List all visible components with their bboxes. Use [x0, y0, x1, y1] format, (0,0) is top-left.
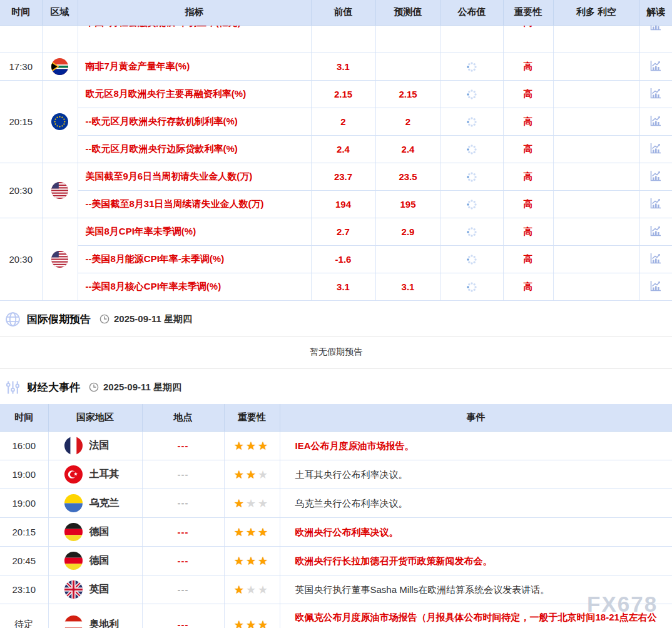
- indicator-label[interactable]: --美国8月核心CPI年率未季调(%): [78, 273, 311, 300]
- event-text[interactable]: 乌克兰央行公布利率决议。: [295, 498, 408, 509]
- table-row[interactable]: --欧元区月欧洲央行边际贷款利率(%) 2.4 2.4 高: [0, 135, 672, 163]
- previous-value: 2.15: [311, 80, 375, 108]
- region-cell: [42, 218, 78, 300]
- table-row[interactable]: --美国8月能源CPI年率-未季调(%) -1.6 高: [0, 245, 672, 273]
- interpret-cell[interactable]: [639, 245, 672, 273]
- previous-value: 194: [311, 190, 375, 218]
- interpret-cell[interactable]: [639, 190, 672, 218]
- bull-bear-cell: [553, 80, 639, 108]
- event-location: ---: [142, 489, 224, 518]
- sliders-icon: [5, 380, 21, 395]
- event-row[interactable]: 待定 奥地利 --- ★★★ 欧佩克公布月度原油市场报告（月报具体公布时间待定，…: [0, 604, 672, 628]
- event-row[interactable]: 20:45 德国 --- ★★★ 欧洲央行行长拉加德召开货币政策新闻发布会。: [0, 547, 672, 575]
- holiday-empty-strip: 暂无假期预告: [0, 336, 672, 369]
- event-row[interactable]: 16:00 法国 --- ★★★ IEA公布月度原油市场报告。: [0, 432, 672, 460]
- table-row[interactable]: --美国8月核心CPI年率未季调(%) 3.1 3.1 高: [0, 273, 672, 300]
- interpret-cell[interactable]: [639, 163, 672, 190]
- loading-spinner-icon: [466, 199, 477, 210]
- table-row[interactable]: 20:30 美国8月CPI年率未季调(%) 2.7 2.9 高: [0, 218, 672, 245]
- table-row[interactable]: 17:30 南非7月黄金产量年率(%) 3.1 高: [0, 53, 672, 80]
- indicator-label[interactable]: 美国截至9月6日当周初请失业金人数(万): [78, 163, 311, 190]
- event-text-cell[interactable]: 欧洲央行行长拉加德召开货币政策新闻发布会。: [280, 547, 672, 575]
- interpret-cell[interactable]: [639, 273, 672, 300]
- interpret-cell[interactable]: [639, 25, 672, 53]
- previous-value: -1.6: [311, 245, 375, 273]
- event-text-cell[interactable]: 土耳其央行公布利率决议。: [280, 460, 672, 489]
- indicator-label[interactable]: --欧元区月欧洲央行边际贷款利率(%): [78, 135, 311, 163]
- event-text[interactable]: 英国央行执行董事Sasha Mills在欧洲结算系统会议发表讲话。: [295, 584, 550, 595]
- event-text-cell[interactable]: IEA公布月度原油市场报告。: [280, 432, 672, 460]
- chart-interpret-icon[interactable]: [649, 196, 663, 210]
- interpret-cell[interactable]: [639, 135, 672, 163]
- published-cell: [440, 245, 503, 273]
- chart-interpret-icon[interactable]: [649, 224, 663, 238]
- event-text-cell[interactable]: 欧洲央行公布利率决议。: [280, 518, 672, 547]
- table-row[interactable]: --美国截至8月31日当周续请失业金人数(万) 194 195 高: [0, 190, 672, 218]
- indicator-label[interactable]: 欧元区8月欧洲央行主要再融资利率(%): [78, 80, 311, 108]
- indicator-label[interactable]: --美国8月能源CPI年率-未季调(%): [78, 245, 311, 273]
- chart-interpret-icon[interactable]: [649, 141, 663, 155]
- col-interpret: 解读: [639, 0, 672, 25]
- table-row[interactable]: --欧元区月欧洲央行存款机制利率(%) 2 2 高: [0, 108, 672, 135]
- event-row[interactable]: 23:10 英国 --- ★★★ 英国央行执行董事Sasha Mills在欧洲结…: [0, 575, 672, 604]
- chart-interpret-icon[interactable]: [649, 59, 663, 73]
- table-row[interactable]: 20:15 欧元区8月欧洲央行主要再融资利率(%) 2.15 2.15 高: [0, 80, 672, 108]
- event-row[interactable]: 19:00 土耳其 --- ★★★ 土耳其央行公布利率决议。: [0, 460, 672, 489]
- indicator-label[interactable]: 美国8月CPI年率未季调(%): [78, 218, 311, 245]
- chart-interpret-icon[interactable]: [649, 251, 663, 265]
- col-previous: 前值: [311, 0, 375, 25]
- forecast-value: 2.15: [375, 80, 440, 108]
- col-forecast: 预测值: [375, 0, 440, 25]
- event-row[interactable]: 20:15 德国 --- ★★★ 欧洲央行公布利率决议。: [0, 518, 672, 547]
- star-icon: ★: [258, 526, 270, 539]
- event-location: ---: [142, 432, 224, 460]
- col-location: 地点: [142, 404, 224, 432]
- star-icon: ★: [246, 526, 258, 539]
- star-icon: ★: [258, 497, 270, 510]
- table-row-clipped[interactable]: 中国8月社会融资规模-年初至今(亿元) 高: [0, 25, 672, 53]
- country-cell: 乌克兰: [48, 489, 142, 518]
- economic-calendar-page: 时间 区域 指标 前值 预测值 公布值 重要性 利多 利空 解读 中国8月社会融…: [0, 0, 672, 628]
- event-text[interactable]: 欧洲央行公布利率决议。: [295, 527, 399, 537]
- importance-label: 高: [503, 53, 553, 80]
- bull-bear-cell: [553, 190, 639, 218]
- indicator-label[interactable]: --欧元区月欧洲央行存款机制利率(%): [78, 108, 311, 135]
- time-cell: 20:15: [0, 80, 42, 163]
- event-text[interactable]: IEA公布月度原油市场报告。: [295, 440, 414, 451]
- importance-stars: ★★★: [224, 604, 280, 628]
- star-icon: ★: [234, 526, 246, 539]
- published-cell: [440, 218, 503, 245]
- chart-interpret-icon[interactable]: [649, 169, 663, 183]
- event-row[interactable]: 19:00 乌克兰 --- ★★★ 乌克兰央行公布利率决议。: [0, 489, 672, 518]
- published-cell: [440, 135, 503, 163]
- indicator-label[interactable]: --美国截至8月31日当周续请失业金人数(万): [78, 190, 311, 218]
- event-text[interactable]: 欧佩克公布月度原油市场报告（月报具体公布时间待定，一般于北京时间18-21点左右…: [295, 612, 657, 628]
- importance-stars: ★★★: [224, 460, 280, 489]
- chart-interpret-icon[interactable]: [649, 114, 663, 128]
- interpret-cell[interactable]: [639, 218, 672, 245]
- interpret-cell[interactable]: [639, 53, 672, 80]
- star-icon: ★: [234, 497, 246, 510]
- col-importance: 重要性: [224, 404, 280, 432]
- chart-interpret-icon[interactable]: [649, 86, 663, 100]
- forecast-value: 2.9: [375, 218, 440, 245]
- event-location: ---: [142, 518, 224, 547]
- loading-spinner-icon: [466, 254, 477, 265]
- united-kingdom-flag-icon: [64, 580, 83, 599]
- event-text-cell[interactable]: 乌克兰央行公布利率决议。: [280, 489, 672, 518]
- table-row[interactable]: 20:30 美国截至9月6日当周初请失业金人数(万) 23.7 23.5 高: [0, 163, 672, 190]
- event-text[interactable]: 欧洲央行行长拉加德召开货币政策新闻发布会。: [295, 555, 492, 566]
- loading-spinner-icon: [466, 171, 477, 183]
- interpret-cell[interactable]: [639, 108, 672, 135]
- event-text[interactable]: 土耳其央行公布利率决议。: [295, 469, 408, 480]
- forecast-value: 2: [375, 108, 440, 135]
- chart-interpret-icon[interactable]: [649, 279, 663, 293]
- interpret-cell[interactable]: [639, 80, 672, 108]
- importance-cell: 高: [503, 25, 553, 53]
- event-text-cell[interactable]: 英国央行执行董事Sasha Mills在欧洲结算系统会议发表讲话。: [280, 575, 672, 604]
- clock-icon: [89, 382, 99, 392]
- col-bull-bear: 利多 利空: [553, 0, 639, 25]
- indicator-label[interactable]: 南非7月黄金产量年率(%): [78, 53, 311, 80]
- chart-interpret-icon[interactable]: [649, 25, 663, 32]
- event-text-cell[interactable]: 欧佩克公布月度原油市场报告（月报具体公布时间待定，一般于北京时间18-21点左右…: [280, 604, 672, 628]
